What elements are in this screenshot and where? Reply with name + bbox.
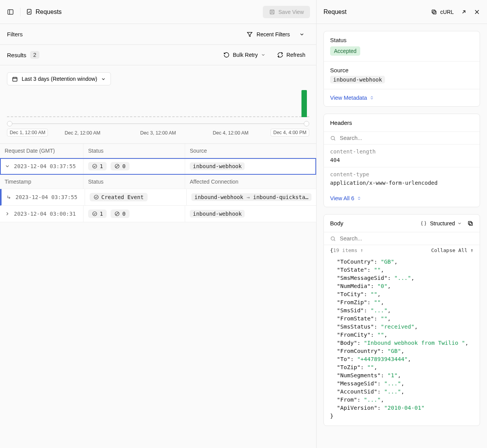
x-tick: Dec 3, 12:00 AM [140, 130, 176, 136]
col-header-substatus: Status [83, 175, 185, 189]
body-title: Body [330, 220, 343, 227]
results-label: Results [7, 52, 26, 58]
curl-button[interactable]: cURL [431, 9, 454, 15]
col-header-date: Request Date (GMT) [0, 144, 83, 158]
bulk-retry-button[interactable]: Bulk Retry [220, 49, 269, 60]
svg-rect-3 [270, 10, 274, 14]
svg-marker-4 [247, 32, 252, 36]
status-blocked-pill: 0 [111, 162, 129, 170]
svg-point-20 [331, 136, 335, 140]
svg-point-13 [93, 212, 97, 216]
filter-icon [247, 31, 253, 37]
svg-line-25 [334, 240, 335, 241]
header-key: content-type [330, 171, 473, 177]
headers-title: Headers [330, 119, 352, 126]
svg-point-12 [94, 195, 99, 199]
save-icon [269, 9, 275, 15]
svg-rect-5 [13, 77, 17, 81]
calendar-icon [12, 76, 18, 82]
results-count: 2 [30, 51, 39, 59]
table-subrow[interactable]: 2023-12-04 03:37:55 Created Event inboun… [0, 189, 316, 206]
svg-line-11 [116, 165, 119, 168]
status-badge: Accepted [330, 46, 360, 56]
body-json: "ToCountry": "GB", "ToState": "", "SmsMe… [324, 258, 480, 426]
search-icon [330, 236, 336, 242]
status-success-pill: 1 [88, 162, 107, 170]
detail-title: Request [324, 9, 347, 15]
json-icon [421, 220, 427, 227]
chart-bar [301, 90, 307, 117]
status-label: Status [330, 37, 473, 43]
curl-label: cURL [440, 9, 454, 15]
search-icon [330, 135, 336, 141]
external-link-icon[interactable] [461, 9, 467, 15]
retry-icon [223, 52, 230, 58]
row-date: 2023-12-04 03:37:55 [14, 163, 76, 169]
recent-filters-label: Recent Filters [257, 31, 290, 37]
refresh-label: Refresh [286, 52, 305, 58]
svg-point-24 [331, 237, 335, 240]
copy-body-icon[interactable] [467, 220, 473, 227]
svg-rect-16 [433, 11, 436, 14]
svg-rect-22 [469, 222, 472, 225]
body-search-input[interactable] [340, 235, 473, 242]
chevron-down-icon [261, 53, 266, 57]
chevron-down-icon [101, 77, 106, 82]
svg-rect-17 [432, 10, 435, 13]
timerange-selector[interactable]: Last 3 days (Retention window) [7, 72, 111, 85]
recent-filters-button[interactable]: Recent Filters [242, 29, 309, 40]
col-header-status: Status [83, 144, 185, 158]
table-row[interactable]: 2023-12-04 03:00:31 1 0 inbound-webhook [0, 206, 316, 222]
svg-point-9 [93, 164, 97, 169]
x-tick: Dec 4, 12:00 AM [213, 130, 248, 136]
range-start-chip: Dec 1, 12:00 AM [7, 129, 48, 136]
svg-line-21 [334, 139, 335, 140]
divider [20, 8, 20, 16]
row-date: 2023-12-04 03:00:31 [14, 211, 76, 217]
subrow-timestamp: 2023-12-04 03:37:55 [15, 194, 77, 200]
close-icon[interactable] [474, 9, 480, 15]
view-metadata-link[interactable]: View Metadata [330, 95, 473, 101]
row-source: inbound-webhook [190, 162, 245, 170]
copy-icon [431, 9, 437, 15]
col-header-source: Source [185, 144, 316, 158]
source-label: Source [330, 67, 473, 73]
headers-search-input[interactable] [340, 135, 473, 141]
chevron-right-icon[interactable] [5, 211, 10, 216]
slider-handle-left[interactable] [7, 121, 12, 126]
header-value: application/x-www-form-urlencoded [330, 180, 473, 186]
requests-chart [7, 92, 309, 119]
structured-toggle[interactable]: Structured [430, 220, 462, 227]
requests-icon [26, 9, 32, 15]
col-header-timestamp: Timestamp [0, 175, 83, 189]
svg-rect-23 [468, 221, 472, 224]
header-key: content-length [330, 148, 473, 155]
view-all-headers-link[interactable]: View All 6 [330, 195, 473, 201]
subrow-connection: inbound-webhook → inbound-quicksta… [191, 193, 312, 201]
row-source: inbound-webhook [190, 210, 245, 218]
table-row[interactable]: 2023-12-04 03:37:55 1 0 inbound-webhook [0, 158, 316, 175]
sidebar-toggle-icon[interactable] [6, 8, 15, 16]
chevron-down-icon [299, 32, 305, 37]
refresh-icon [277, 52, 283, 58]
page-title: Requests [36, 9, 62, 15]
header-value: 404 [330, 157, 473, 163]
chevron-down-icon[interactable] [5, 164, 10, 169]
collapse-all-button[interactable]: Collapse All ↑ [431, 247, 473, 253]
svg-rect-2 [27, 9, 31, 14]
items-meta[interactable]: 19 items ↑ [333, 247, 363, 253]
bulk-retry-label: Bulk Retry [233, 52, 258, 58]
save-view-button[interactable]: Save View [263, 6, 310, 18]
svg-line-15 [116, 213, 119, 215]
x-tick: Dec 2, 12:00 AM [65, 130, 100, 136]
status-blocked-pill: 0 [111, 210, 129, 218]
refresh-button[interactable]: Refresh [273, 49, 309, 60]
subrow-arrow-icon [6, 194, 12, 200]
time-slider[interactable] [7, 121, 309, 126]
timerange-label: Last 3 days (Retention window) [22, 76, 97, 82]
slider-handle-right[interactable] [304, 121, 309, 126]
requests-table: Request Date (GMT) Status Source 2023-12… [0, 144, 316, 222]
source-value: inbound-webhook [330, 76, 385, 83]
save-view-label: Save View [278, 9, 304, 15]
col-header-connection: Affected Connection [185, 175, 316, 189]
